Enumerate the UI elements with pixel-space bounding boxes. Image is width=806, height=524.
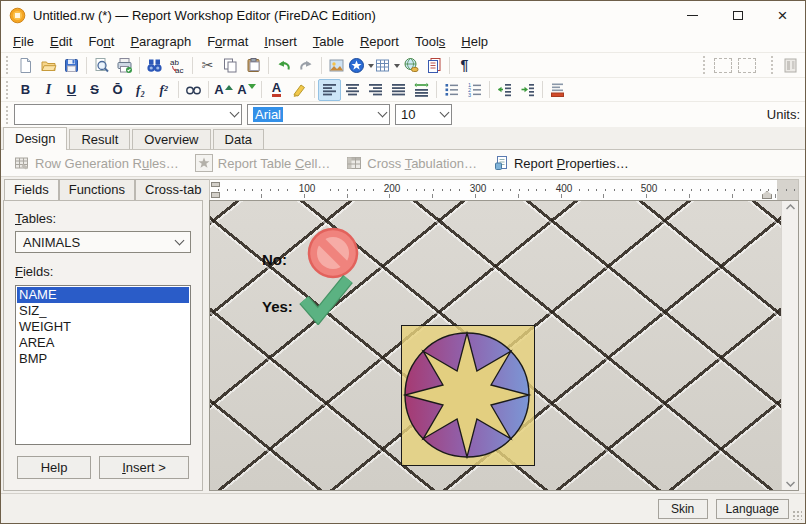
underline-button[interactable]: U xyxy=(60,79,83,101)
tab-fields[interactable]: Fields xyxy=(4,179,59,201)
menu-table[interactable]: Table xyxy=(305,32,352,51)
toolbar-grip[interactable] xyxy=(6,81,10,99)
bold-button[interactable]: B xyxy=(14,79,37,101)
menu-format[interactable]: Format xyxy=(199,32,256,51)
menu-report[interactable]: Report xyxy=(352,32,407,51)
tab-cross-tab[interactable]: Cross-tab xyxy=(135,179,211,200)
find-button[interactable] xyxy=(143,54,166,76)
font-color-button[interactable]: A xyxy=(265,79,288,101)
print-preview-button[interactable] xyxy=(90,54,113,76)
decrease-indent-button[interactable] xyxy=(493,79,516,101)
maximize-button[interactable] xyxy=(715,1,760,30)
overline-button[interactable]: Ō xyxy=(106,79,129,101)
scroll-down-icon[interactable] xyxy=(786,481,795,487)
increase-indent-button[interactable] xyxy=(516,79,539,101)
insert-image-button[interactable] xyxy=(325,54,348,76)
open-button[interactable] xyxy=(37,54,60,76)
globe-link-icon xyxy=(403,57,420,74)
fields-listbox[interactable]: NAME SIZ_ WEIGHT AREA BMP xyxy=(15,285,191,445)
minimize-button[interactable] xyxy=(670,1,715,30)
first-line-indent-marker[interactable] xyxy=(211,182,220,187)
menu-font[interactable]: Font xyxy=(80,32,122,51)
align-center-button[interactable] xyxy=(341,79,364,101)
list-item[interactable]: BMP xyxy=(17,351,189,367)
toolbar-grip[interactable] xyxy=(6,56,10,74)
cell-border-button-2 xyxy=(735,54,759,76)
skin-button[interactable]: Skin xyxy=(658,499,708,519)
scroll-up-icon[interactable] xyxy=(786,204,795,210)
menu-help[interactable]: Help xyxy=(453,32,496,51)
list-item[interactable]: AREA xyxy=(17,335,189,351)
left-indent-marker[interactable] xyxy=(211,192,220,198)
resize-grip[interactable] xyxy=(792,510,802,520)
strikethrough-button[interactable]: S xyxy=(83,79,106,101)
numbered-list-button[interactable]: 123 xyxy=(463,79,486,101)
menu-file[interactable]: File xyxy=(5,32,42,51)
tab-functions[interactable]: Functions xyxy=(59,179,135,200)
font-toolbar: Arial 10 Units: xyxy=(1,101,805,127)
list-item[interactable]: SIZ_ xyxy=(17,303,189,319)
font-combobox[interactable]: Arial xyxy=(247,104,390,125)
tab-overview[interactable]: Overview xyxy=(132,129,210,149)
redo-button[interactable] xyxy=(295,54,318,76)
new-document-button[interactable] xyxy=(14,54,37,76)
bullet-list-button[interactable] xyxy=(440,79,463,101)
yes-text[interactable]: Yes: xyxy=(262,298,293,315)
shrink-font-icon: A xyxy=(237,82,246,97)
title-bar[interactable]: Untitled.rw (*) — Report Workshop Editor… xyxy=(1,1,805,30)
style-combobox[interactable] xyxy=(14,104,242,125)
undo-button[interactable] xyxy=(272,54,295,76)
insert-field-button[interactable]: Insert > xyxy=(99,456,189,479)
insert-document-button[interactable] xyxy=(423,54,446,76)
prohibition-sign[interactable] xyxy=(306,226,360,280)
insert-hyperlink-button[interactable] xyxy=(400,54,423,76)
replace-button[interactable]: abac xyxy=(166,54,189,76)
tab-design[interactable]: Design xyxy=(3,127,67,150)
font-size-combobox[interactable]: 10 xyxy=(395,104,452,125)
line-spacing-button[interactable] xyxy=(410,79,433,101)
subscript-button[interactable]: f₂ xyxy=(129,79,152,101)
grow-font-button[interactable]: A xyxy=(212,79,235,101)
star-graphic[interactable] xyxy=(401,325,535,466)
checkmark[interactable] xyxy=(297,273,355,325)
separator xyxy=(489,81,490,98)
align-justify-button[interactable] xyxy=(387,79,410,101)
menu-paragraph[interactable]: Paragraph xyxy=(122,32,199,51)
highlight-button[interactable] xyxy=(288,79,311,101)
align-right-button[interactable] xyxy=(364,79,387,101)
paragraph-color-button[interactable] xyxy=(546,79,569,101)
close-button[interactable]: × xyxy=(760,1,805,30)
italic-button[interactable]: I xyxy=(37,79,60,101)
language-button[interactable]: Language xyxy=(716,499,789,519)
paste-button[interactable] xyxy=(242,54,265,76)
menu-tools[interactable]: Tools xyxy=(407,32,453,51)
document-canvas[interactable]: No: Yes: xyxy=(210,201,781,490)
menu-edit[interactable]: Edit xyxy=(42,32,80,51)
tab-data[interactable]: Data xyxy=(213,129,264,149)
superscript-button[interactable]: f² xyxy=(152,79,175,101)
cut-button[interactable]: ✂ xyxy=(196,54,219,76)
list-item[interactable]: NAME xyxy=(17,287,189,303)
scissors-icon: ✂ xyxy=(202,57,214,73)
save-button[interactable] xyxy=(60,54,83,76)
print-button[interactable] xyxy=(113,54,136,76)
help-button[interactable]: Help xyxy=(17,456,91,479)
insert-table-button[interactable] xyxy=(374,54,400,76)
right-indent-marker[interactable] xyxy=(762,191,772,199)
list-item[interactable]: WEIGHT xyxy=(17,319,189,335)
copy-button[interactable] xyxy=(219,54,242,76)
no-text[interactable]: No: xyxy=(262,251,287,268)
shrink-font-button[interactable]: A xyxy=(235,79,258,101)
toolbar-grip[interactable] xyxy=(703,56,707,74)
toolbar-grip[interactable] xyxy=(771,56,775,74)
formatting-marks-button[interactable]: ¶ xyxy=(453,54,476,76)
hyphenation-button[interactable] xyxy=(182,79,205,101)
align-left-button[interactable] xyxy=(318,79,341,101)
vertical-scrollbar[interactable] xyxy=(781,201,798,490)
report-properties-button[interactable]: Report Properties… xyxy=(486,153,636,173)
menu-insert[interactable]: Insert xyxy=(256,32,305,51)
toolbar-grip[interactable] xyxy=(6,106,10,124)
insert-symbol-button[interactable] xyxy=(348,54,374,76)
tab-result[interactable]: Result xyxy=(69,129,130,149)
tables-combobox[interactable]: ANIMALS xyxy=(15,231,191,253)
